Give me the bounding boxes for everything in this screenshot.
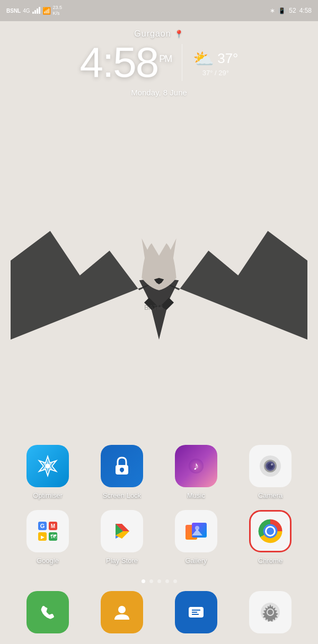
page-dot-3[interactable] bbox=[157, 579, 161, 583]
weather-widget: Gurgaon 📍 4:58PM ⛅ 37° 37° / 29° Monday,… bbox=[0, 29, 318, 97]
dock-messages[interactable] bbox=[175, 591, 217, 633]
app-screenlock[interactable]: Screen Lock bbox=[93, 445, 151, 499]
svg-text:♪: ♪ bbox=[193, 459, 199, 472]
time-display: 4:58PM bbox=[80, 41, 171, 84]
chrome-icon-wrapper bbox=[249, 510, 292, 552]
svg-point-38 bbox=[268, 610, 273, 615]
app-chrome[interactable]: Chrome bbox=[241, 510, 299, 565]
weather-icon: ⛅ bbox=[193, 49, 214, 69]
page-dot-5[interactable] bbox=[173, 579, 177, 583]
app-google[interactable]: G M ▶ 🗺 Google bbox=[19, 510, 77, 565]
page-dot-4[interactable] bbox=[165, 579, 169, 583]
playstore-icon bbox=[101, 510, 143, 552]
carrier-text: BSNL bbox=[6, 8, 21, 14]
svg-rect-4 bbox=[121, 470, 123, 472]
vibrate-icon: 📳 bbox=[278, 7, 286, 14]
signal-icon bbox=[32, 7, 40, 14]
screenlock-icon bbox=[101, 445, 143, 487]
music-label: Music bbox=[187, 491, 205, 499]
dock-phone[interactable] bbox=[26, 591, 69, 633]
temperature: 37° bbox=[217, 50, 238, 67]
city-name: Gurgaon 📍 bbox=[0, 29, 318, 39]
page-dot-1[interactable] bbox=[142, 579, 145, 583]
svg-text:▶: ▶ bbox=[41, 534, 45, 540]
status-right: ∗ 📳 52 4:58 bbox=[270, 7, 312, 14]
chrome-label: Chrome bbox=[258, 557, 282, 565]
wifi-icon: 📶 bbox=[42, 7, 51, 15]
location-icon: 📍 bbox=[174, 30, 184, 38]
svg-point-30 bbox=[267, 527, 274, 535]
svg-text:BATM: BATM bbox=[144, 303, 163, 311]
temp-range: 37° / 29° bbox=[202, 69, 229, 77]
playstore-label: Play Store bbox=[106, 557, 138, 565]
dock-settings[interactable] bbox=[249, 591, 292, 633]
speed-text: 23.5K/s bbox=[53, 5, 63, 16]
battery-text: 52 bbox=[289, 7, 296, 14]
app-gallery[interactable]: Gallery bbox=[167, 510, 225, 565]
svg-text:M: M bbox=[51, 523, 55, 529]
contacts-dock-icon bbox=[101, 591, 143, 633]
dock bbox=[0, 591, 318, 633]
music-icon: ♪ bbox=[175, 445, 217, 487]
camera-icon bbox=[249, 445, 292, 487]
svg-text:🗺: 🗺 bbox=[50, 533, 57, 540]
dock-contacts[interactable] bbox=[101, 591, 143, 633]
screenlock-label: Screen Lock bbox=[103, 491, 141, 499]
app-playstore[interactable]: Play Store bbox=[93, 510, 151, 565]
camera-label: Camera bbox=[258, 491, 282, 499]
time-weather-row: 4:58PM ⛅ 37° 37° / 29° bbox=[0, 41, 318, 84]
app-music[interactable]: ♪ Music bbox=[167, 445, 225, 499]
date-display: Monday, 8 June bbox=[0, 88, 318, 97]
google-icon: G M ▶ 🗺 bbox=[26, 510, 69, 552]
optimiser-label: Optimiser bbox=[33, 491, 63, 499]
divider bbox=[182, 44, 182, 81]
app-row-1: Optimiser Screen Lock bbox=[11, 445, 307, 499]
svg-point-11 bbox=[271, 463, 273, 466]
google-label: Google bbox=[37, 557, 59, 565]
app-camera[interactable]: Camera bbox=[241, 445, 299, 499]
svg-point-31 bbox=[118, 606, 126, 613]
page-dot-2[interactable] bbox=[149, 579, 153, 583]
svg-rect-1 bbox=[46, 464, 50, 468]
phone-dock-icon bbox=[26, 591, 69, 633]
weather-info: ⛅ 37° 37° / 29° bbox=[193, 49, 238, 77]
network-type: 4G bbox=[23, 8, 30, 14]
app-optimiser[interactable]: Optimiser bbox=[19, 445, 77, 499]
bluetooth-icon: ∗ bbox=[270, 7, 275, 14]
clock-display: 4:58 bbox=[299, 7, 312, 14]
app-row-2: G M ▶ 🗺 Google Pl bbox=[11, 510, 307, 565]
settings-dock-icon bbox=[249, 591, 292, 633]
gallery-label: Gallery bbox=[185, 557, 207, 565]
messages-dock-icon bbox=[175, 591, 217, 633]
app-grid: Optimiser Screen Lock bbox=[0, 445, 318, 575]
optimiser-icon bbox=[26, 445, 69, 487]
gallery-icon bbox=[175, 510, 217, 552]
status-left: BSNL 4G 📶 23.5K/s bbox=[6, 5, 62, 16]
svg-text:G: G bbox=[40, 523, 45, 529]
status-bar: BSNL 4G 📶 23.5K/s ∗ 📳 52 4:58 bbox=[0, 0, 318, 21]
batman-wallpaper: BATM bbox=[0, 201, 318, 350]
page-dots bbox=[0, 579, 318, 583]
